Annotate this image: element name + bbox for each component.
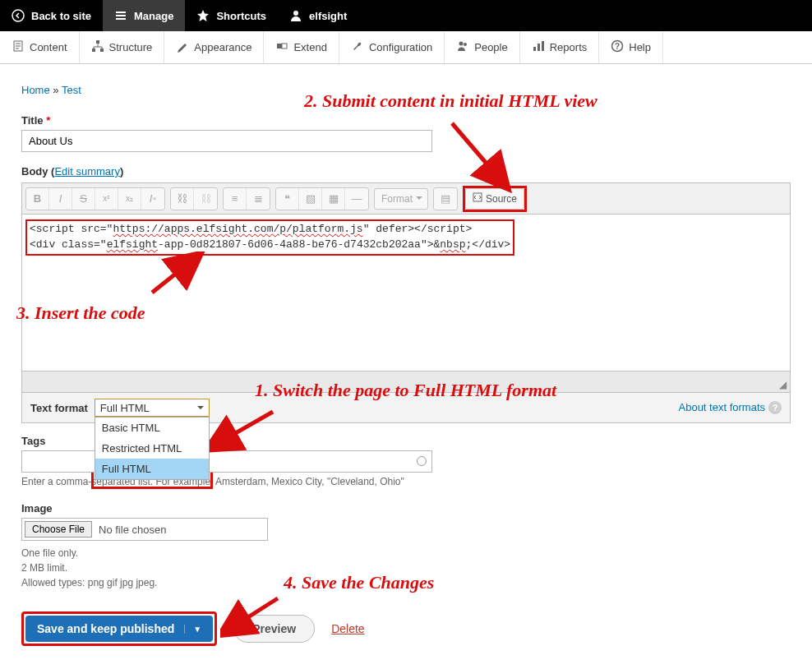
form-actions: Save and keep published▼ Preview Delete: [21, 611, 791, 646]
choose-file-button[interactable]: Choose File: [25, 521, 92, 538]
star-icon: [196, 9, 210, 22]
title-label: Title *: [21, 114, 791, 127]
user-label: elfsight: [309, 10, 347, 22]
tab-structure[interactable]: Structure: [80, 31, 165, 63]
svg-point-8: [459, 42, 464, 46]
hamburger-icon: [114, 9, 127, 22]
svg-point-0: [12, 10, 24, 21]
page-content: Home » Test Title * Body (Edit summary) …: [0, 64, 812, 669]
svg-rect-12: [542, 41, 544, 51]
delete-link[interactable]: Delete: [331, 622, 364, 635]
autocomplete-icon: [417, 456, 427, 466]
svg-rect-11: [537, 44, 540, 51]
remove-format-button[interactable]: I×: [141, 188, 164, 210]
svg-rect-3: [96, 40, 99, 44]
admin-menu: Content Structure Appearance Extend Conf…: [0, 31, 812, 64]
tab-extend[interactable]: Extend: [264, 31, 339, 63]
svg-rect-6: [277, 44, 282, 48]
italic-button[interactable]: I: [49, 188, 72, 210]
number-list-button[interactable]: ≣: [247, 188, 270, 210]
save-dropdown-toggle[interactable]: ▼: [184, 625, 201, 634]
back-to-site[interactable]: Back to site: [0, 0, 103, 31]
wrench-icon: [351, 39, 364, 55]
format-option-restricted[interactable]: Restricted HTML: [95, 438, 209, 459]
text-format-row: Text format Full HTML Basic HTML Restric…: [21, 393, 791, 423]
ckeditor: B I S x² x₂ I× ⛓ ⛓ ≡ ≣ ❝ ▧ ▦ — Format: [21, 182, 791, 393]
manage-label: Manage: [134, 10, 173, 22]
table-button[interactable]: ▦: [322, 188, 345, 210]
format-option-full[interactable]: Full HTML: [95, 459, 209, 479]
breadcrumb-page[interactable]: Test: [62, 84, 81, 96]
preview-button[interactable]: Preview: [233, 615, 315, 643]
content-icon: [12, 39, 25, 55]
reports-icon: [532, 39, 545, 55]
file-status: No file chosen: [99, 524, 166, 536]
text-format-label: Text format: [30, 402, 88, 414]
tab-reports[interactable]: Reports: [520, 31, 600, 63]
tab-appearance[interactable]: Appearance: [164, 31, 264, 63]
svg-rect-4: [92, 48, 95, 52]
hr-button[interactable]: —: [345, 188, 368, 210]
appearance-icon: [176, 39, 189, 55]
manage-toggle[interactable]: Manage: [103, 0, 185, 31]
editor-resize-bar[interactable]: ◢: [22, 371, 790, 392]
bullet-list-button[interactable]: ≡: [224, 188, 247, 210]
format-dropdown[interactable]: Format: [374, 188, 428, 210]
question-icon: ?: [768, 401, 782, 414]
subscript-button[interactable]: x₂: [118, 188, 141, 210]
svg-rect-7: [282, 44, 287, 48]
svg-text:?: ?: [615, 42, 620, 51]
help-icon: ?: [611, 39, 624, 55]
file-input-row: Choose File No file chosen: [21, 518, 268, 541]
format-option-basic[interactable]: Basic HTML: [95, 418, 209, 438]
text-format-selected[interactable]: Full HTML: [95, 399, 210, 417]
save-button-highlight: Save and keep published▼: [21, 611, 217, 646]
breadcrumb-home[interactable]: Home: [21, 84, 50, 96]
resize-grip-icon[interactable]: ◢: [779, 379, 787, 390]
source-button[interactable]: Source: [465, 188, 524, 210]
tab-configuration[interactable]: Configuration: [339, 31, 445, 63]
drupal-toolbar: Back to site Manage Shortcuts elfsight: [0, 0, 812, 31]
structure-icon: [91, 39, 104, 55]
image-label: Image: [21, 502, 791, 514]
extend-icon: [275, 39, 288, 55]
ckeditor-toolbar: B I S x² x₂ I× ⛓ ⛓ ≡ ≣ ❝ ▧ ▦ — Format: [22, 183, 790, 215]
bold-button[interactable]: B: [26, 188, 49, 210]
editor-textarea[interactable]: <script src="https://apps.elfsight.com/p…: [22, 215, 790, 371]
about-text-formats[interactable]: About text formats?: [679, 401, 782, 414]
source-icon: [473, 192, 482, 205]
unlink-button[interactable]: ⛓: [194, 188, 217, 210]
save-button[interactable]: Save and keep published▼: [25, 616, 213, 642]
edit-summary-link[interactable]: Edit summary: [54, 165, 119, 178]
body-label: Body (Edit summary): [21, 165, 791, 178]
image-button[interactable]: ▧: [299, 188, 322, 210]
tab-content[interactable]: Content: [0, 31, 80, 63]
tab-help[interactable]: ?Help: [599, 31, 663, 63]
file-constraints: One file only. 2 MB limit. Allowed types…: [21, 546, 791, 590]
code-snippet-highlight: <script src="https://apps.elfsight.com/p…: [25, 219, 514, 256]
svg-rect-5: [100, 48, 104, 52]
shortcuts-label: Shortcuts: [216, 10, 266, 22]
svg-point-1: [293, 11, 298, 16]
back-label: Back to site: [31, 10, 91, 22]
blockquote-button[interactable]: ❝: [276, 188, 299, 210]
text-format-dropdown[interactable]: Full HTML Basic HTML Restricted HTML Ful…: [95, 399, 210, 417]
tab-people[interactable]: People: [445, 31, 519, 63]
user-icon: [289, 9, 302, 22]
breadcrumb: Home » Test: [21, 84, 791, 96]
superscript-button[interactable]: x²: [95, 188, 118, 210]
text-format-menu: Basic HTML Restricted HTML Full HTML: [95, 417, 210, 480]
show-blocks-button[interactable]: ▤: [434, 188, 457, 210]
user-menu[interactable]: elfsight: [278, 0, 358, 31]
title-input[interactable]: [21, 130, 432, 152]
svg-rect-10: [533, 47, 536, 51]
svg-point-9: [464, 43, 467, 46]
back-icon: [12, 9, 25, 22]
people-icon: [456, 39, 469, 55]
shortcuts-link[interactable]: Shortcuts: [185, 0, 278, 31]
link-button[interactable]: ⛓: [171, 188, 194, 210]
strike-button[interactable]: S: [72, 188, 95, 210]
tags-input[interactable]: [21, 450, 432, 473]
source-button-highlight: Source: [463, 186, 527, 212]
